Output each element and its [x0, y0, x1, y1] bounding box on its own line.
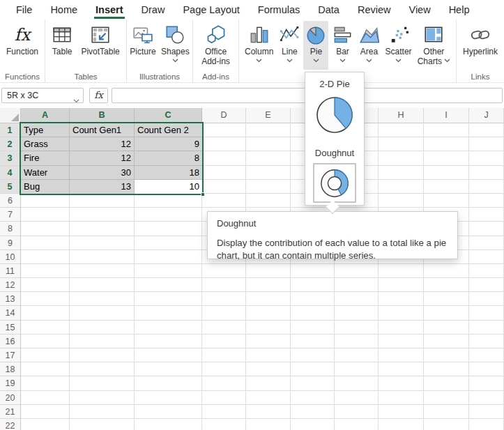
row-header-10[interactable]: 10: [0, 250, 21, 264]
grid-cell[interactable]: [202, 405, 246, 419]
grid-cell[interactable]: [21, 362, 70, 376]
tab-draw[interactable]: Draw: [132, 0, 174, 20]
grid-cell[interactable]: [469, 151, 504, 165]
row-header-9[interactable]: 9: [0, 236, 21, 250]
grid-cell[interactable]: [21, 292, 70, 306]
grid-cell[interactable]: [469, 194, 504, 208]
grid-cell[interactable]: [246, 321, 291, 335]
grid-cell[interactable]: [135, 250, 202, 264]
grid-cell[interactable]: [135, 362, 202, 376]
row-header-11[interactable]: 11: [0, 264, 21, 278]
grid-cell[interactable]: [335, 292, 379, 306]
grid-cell[interactable]: [202, 180, 246, 194]
grid-cell[interactable]: [246, 391, 291, 405]
cell-A2[interactable]: Grass: [21, 137, 70, 151]
grid-cell[interactable]: [379, 391, 424, 405]
grid-cell[interactable]: [335, 391, 379, 405]
column-header-C[interactable]: C: [135, 108, 202, 123]
grid-cell[interactable]: [246, 194, 291, 208]
grid-cell[interactable]: [469, 376, 504, 390]
grid-cell[interactable]: [70, 264, 135, 278]
tab-home[interactable]: Home: [41, 0, 86, 20]
grid-cell[interactable]: [379, 278, 424, 292]
grid-cell[interactable]: [379, 151, 424, 165]
grid-cell[interactable]: [291, 419, 335, 430]
grid-cell[interactable]: [246, 292, 291, 306]
grid-cell[interactable]: [335, 264, 379, 278]
grid-cell[interactable]: [202, 391, 246, 405]
grid-cell[interactable]: [135, 278, 202, 292]
grid-cell[interactable]: [379, 194, 424, 208]
grid-cell[interactable]: [379, 405, 424, 419]
grid-cell[interactable]: [246, 123, 291, 137]
grid-cell[interactable]: [202, 292, 246, 306]
tab-page-layout[interactable]: Page Layout: [174, 0, 248, 20]
grid-cell[interactable]: [202, 166, 246, 180]
grid-cell[interactable]: [335, 405, 379, 419]
grid-cell[interactable]: [246, 405, 291, 419]
grid-cell[interactable]: [202, 306, 246, 320]
grid-cell[interactable]: [424, 335, 469, 348]
grid-cell[interactable]: [246, 362, 291, 376]
column-header-B[interactable]: B: [70, 108, 135, 123]
grid-cell[interactable]: [21, 236, 70, 250]
grid-cell[interactable]: [469, 222, 504, 236]
grid-cell[interactable]: [424, 264, 469, 278]
cell-B4[interactable]: 30: [70, 166, 135, 180]
grid-cell[interactable]: [70, 208, 135, 222]
grid-cell[interactable]: [291, 348, 335, 362]
grid-cell[interactable]: [469, 123, 504, 137]
grid-cell[interactable]: [70, 250, 135, 264]
cell-B5[interactable]: 13: [70, 180, 135, 194]
cell-C2[interactable]: 9: [135, 137, 202, 151]
grid-cell[interactable]: [379, 419, 424, 430]
cell-A4[interactable]: Water: [21, 166, 70, 180]
grid-cell[interactable]: [469, 278, 504, 292]
grid-cell[interactable]: [469, 348, 504, 362]
pivottable-button[interactable]: PivotTable: [79, 21, 121, 59]
fill-handle[interactable]: [201, 192, 205, 197]
grid-cell[interactable]: [135, 405, 202, 419]
grid-cell[interactable]: [469, 264, 504, 278]
row-header-13[interactable]: 13: [0, 292, 21, 306]
grid-cell[interactable]: [469, 137, 504, 151]
grid-cell[interactable]: [469, 391, 504, 405]
grid-cell[interactable]: [246, 166, 291, 180]
grid-cell[interactable]: [291, 376, 335, 390]
grid-cell[interactable]: [379, 292, 424, 306]
shapes-button[interactable]: Shapes: [159, 21, 192, 67]
grid-cell[interactable]: [469, 335, 504, 348]
column-header-I[interactable]: I: [424, 108, 469, 123]
row-header-4[interactable]: 4: [0, 166, 21, 180]
grid-cell[interactable]: [379, 335, 424, 348]
grid-cell[interactable]: [424, 123, 469, 137]
insert-function-button[interactable]: fx: [89, 88, 108, 103]
grid-cell[interactable]: [135, 236, 202, 250]
grid-cell[interactable]: [70, 405, 135, 419]
grid-cell[interactable]: [70, 194, 135, 208]
grid-cell[interactable]: [246, 376, 291, 390]
grid-cell[interactable]: [424, 376, 469, 390]
grid-cell[interactable]: [21, 264, 70, 278]
row-header-7[interactable]: 7: [0, 208, 21, 222]
tab-formulas[interactable]: Formulas: [249, 0, 309, 20]
grid-cell[interactable]: [379, 123, 424, 137]
grid-cell[interactable]: [202, 362, 246, 376]
grid-cell[interactable]: [335, 419, 379, 430]
grid-cell[interactable]: [469, 405, 504, 419]
grid-cell[interactable]: [335, 335, 379, 348]
grid-cell[interactable]: [379, 376, 424, 390]
row-header-6[interactable]: 6: [0, 194, 21, 208]
grid-cell[interactable]: [70, 306, 135, 320]
grid-cell[interactable]: [135, 335, 202, 348]
grid-cell[interactable]: [70, 362, 135, 376]
cell-B2[interactable]: 12: [70, 137, 135, 151]
grid-cell[interactable]: [469, 306, 504, 320]
grid-cell[interactable]: [202, 123, 246, 137]
grid-cell[interactable]: [379, 321, 424, 335]
grid-cell[interactable]: [135, 264, 202, 278]
area-chart-button[interactable]: Area: [357, 21, 382, 67]
row-header-19[interactable]: 19: [0, 376, 21, 390]
column-header-D[interactable]: D: [202, 108, 246, 123]
grid-cell[interactable]: [202, 264, 246, 278]
